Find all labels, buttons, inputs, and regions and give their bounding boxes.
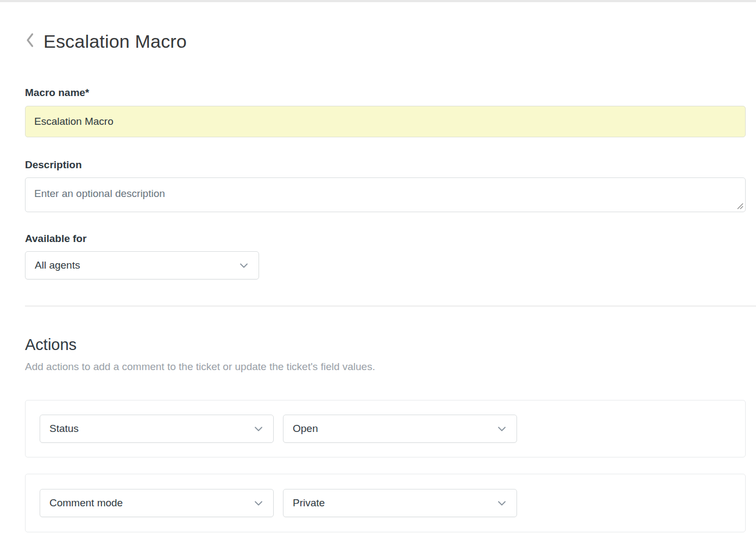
macro-edit-page: Escalation Macro Macro name* Description… — [0, 30, 756, 532]
description-label: Description — [25, 159, 746, 171]
action-field-select-comment-mode[interactable]: Comment mode — [40, 489, 274, 517]
description-field-wrap — [25, 177, 746, 212]
action-value-select-open[interactable]: Open — [283, 415, 517, 443]
actions-heading: Actions — [25, 336, 746, 354]
action-row: Status Open — [25, 400, 746, 457]
chevron-down-icon — [497, 426, 506, 432]
action-value-value: Private — [293, 497, 325, 509]
chevron-down-icon — [254, 426, 263, 432]
page-header: Escalation Macro — [25, 30, 746, 52]
available-for-select[interactable]: All agents — [25, 251, 259, 279]
description-textarea[interactable] — [25, 177, 746, 212]
section-divider — [25, 306, 756, 307]
back-chevron-icon — [25, 32, 35, 50]
action-value-value: Open — [293, 423, 318, 435]
page-title: Escalation Macro — [43, 31, 187, 52]
action-field-select-status[interactable]: Status — [40, 415, 274, 443]
macro-name-label: Macro name* — [25, 87, 746, 99]
back-button[interactable] — [25, 30, 39, 52]
window-top-strip — [0, 0, 756, 2]
chevron-down-icon — [240, 263, 248, 269]
available-for-value: All agents — [35, 259, 80, 271]
action-row: Comment mode Private — [25, 474, 746, 532]
action-field-value: Comment mode — [49, 497, 123, 509]
chevron-down-icon — [254, 500, 263, 506]
action-field-value: Status — [49, 423, 79, 435]
available-for-label: Available for — [25, 233, 746, 245]
action-value-select-private[interactable]: Private — [283, 489, 517, 517]
chevron-down-icon — [497, 500, 506, 506]
actions-subtitle: Add actions to add a comment to the tick… — [25, 361, 746, 373]
macro-name-input[interactable] — [25, 106, 746, 137]
